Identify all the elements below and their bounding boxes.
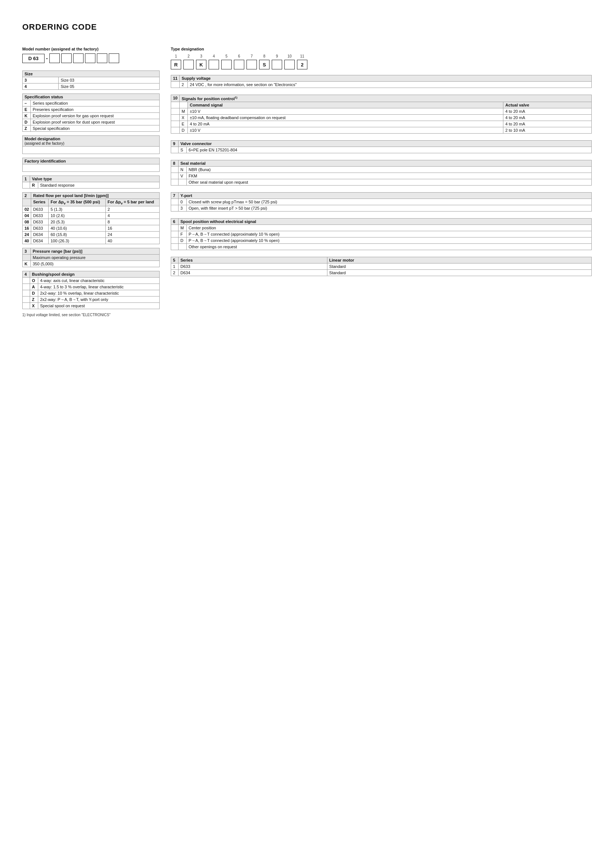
list-item: EPreseries specification [23, 107, 160, 113]
series-cell: D633 [178, 263, 327, 270]
series-table: 5 Series Linear motor 1D633Standard2D634… [171, 257, 592, 276]
type-position-number: 7 [247, 54, 257, 58]
rated-flow-table: 2 Rated flow per spool land [l/min (gpm)… [22, 192, 160, 244]
desc-cell: 24 VDC , for more information, see secti… [188, 82, 592, 88]
type-box-10 [284, 60, 295, 70]
val1-cell: 100 (26.3) [49, 238, 106, 244]
list-item: NNBR (Buna) [171, 166, 592, 172]
valve-type-table: 1 Valve type RStandard response [22, 175, 160, 189]
list-item: 1D633Standard [171, 263, 592, 270]
seal-num: 8 [171, 160, 178, 166]
code-cell: M [178, 225, 187, 231]
code-cell: D [30, 290, 38, 296]
signals-num: 10 [171, 95, 180, 102]
val2-cell: 8 [105, 219, 159, 225]
type-position-number: 11 [297, 54, 307, 58]
list-item: DP→A, B→T connected (approximately 10 % … [171, 237, 592, 243]
val2-cell: 16 [105, 225, 159, 232]
list-item: FP→A, B→T connected (approximately 10 % … [171, 231, 592, 237]
rated-flow-col2: For Δpv = 35 bar (500 psi) [49, 199, 106, 206]
list-item: 24D63460 (15.8)24 [23, 232, 160, 238]
list-item: A4-way: 1.5 to 3 % overlap, linear chara… [23, 284, 160, 290]
series-cell: D634 [178, 270, 327, 276]
supply-num: 11 [171, 75, 180, 82]
list-item: 08D63320 (5.3)8 [23, 219, 160, 225]
type-position-number: 6 [234, 54, 244, 58]
blank-box-2 [61, 53, 71, 63]
code-cell: F [178, 231, 187, 237]
code-cell: 02 [23, 206, 31, 212]
code-cell: K [23, 113, 31, 119]
right-column: Type designation 1234567891011 RKS2 11 S… [171, 47, 592, 280]
cmd-cell: ±10 V [188, 108, 503, 114]
main-layout: Model number (assigned at the factory) D… [22, 47, 592, 317]
type-box-2 [183, 60, 194, 70]
series-cell: D633 [31, 206, 49, 212]
footnote: 1) Input voltage limited, see section "E… [22, 313, 160, 317]
actual-cell: 4 to 20 mA [503, 108, 592, 114]
valve-type-num: 1 [23, 176, 30, 182]
bushing-table: 4 Bushing/spool design O4-way: axis cut,… [22, 271, 160, 309]
code-cell: 2 [171, 270, 178, 276]
actual-cell: 2 to 10 mA [503, 127, 592, 133]
rated-flow-num: 2 [23, 192, 31, 199]
desc-cell: 2x2-way: P→A, B→T, with Y-port only [38, 296, 160, 303]
list-item: X±10 mA, floating deadband compensation … [171, 114, 592, 121]
list-item: RStandard response [23, 182, 160, 189]
list-item: VFKM [171, 172, 592, 179]
desc-cell: Explosion proof version for dust upon re… [31, 119, 160, 126]
val1-cell: 60 (15.8) [49, 232, 106, 238]
code-cell: 0 [178, 198, 187, 205]
list-item: D2x2-way: 10 % overlap, linear character… [23, 290, 160, 296]
model-prefix-box: D 63 [22, 54, 45, 63]
factory-id-header: Factory identification [23, 158, 160, 164]
signals-col2: Actual valve [503, 102, 592, 108]
code-cell: O [30, 277, 38, 284]
list-item: Other seal material upon request [171, 179, 592, 185]
model-desig-table: Model designation (assigned at the facto… [22, 135, 160, 154]
val2-cell: 40 [105, 238, 159, 244]
code-cell: 3 [23, 77, 59, 84]
list-item: KExplosion proof version for gas upon re… [23, 113, 160, 119]
list-item: M±10 V4 to 20 mA [171, 108, 592, 114]
spool-header: Spool position without electrical signal [178, 218, 592, 225]
val1-cell: 5 (1.3) [49, 206, 106, 212]
rated-flow-col1: Series [31, 199, 49, 206]
pressure-header: Pressure range [bar (psi)] [31, 248, 160, 254]
code-cell: 24 [23, 232, 31, 238]
type-box-3: K [196, 60, 206, 70]
series-cell: D634 [31, 232, 49, 238]
list-item: K350 (5,000) [23, 261, 160, 267]
blank-box-6 [109, 53, 119, 63]
list-item: Z2x2-way: P→A, B→T, with Y-port only [23, 296, 160, 303]
cmd-cell: ±10 V [188, 127, 503, 133]
list-item: 224 VDC , for more information, see sect… [171, 82, 592, 88]
seal-header: Seal material [178, 160, 592, 166]
type-position-number: 10 [284, 54, 295, 58]
val1-cell: 40 (10.6) [49, 225, 106, 232]
code-cell: 1 [171, 263, 178, 270]
motor-cell: Standard [327, 263, 591, 270]
cmd-cell: ±10 mA, floating deadband compensation o… [188, 114, 503, 121]
desc-cell: 4-way: 1.5 to 3 % overlap, linear charac… [38, 284, 160, 290]
type-number-row: 1234567891011 [171, 54, 592, 58]
desc-cell: Other seal material upon request [187, 179, 592, 185]
list-item: 02D6335 (1.3)2 [23, 206, 160, 212]
list-item: 04D63310 (2.6)4 [23, 212, 160, 219]
list-item: 16D63340 (10.6)16 [23, 225, 160, 232]
desc-cell: Standard response [38, 182, 160, 189]
y-port-table: 7 Y-port 0Closed with screw plug pTmax =… [171, 192, 592, 212]
blank-box-3 [73, 53, 84, 63]
motor-cell: Standard [327, 270, 591, 276]
desc-cell: Series specification [31, 100, 160, 107]
type-desig-label: Type designation [171, 47, 592, 51]
type-position-number: 3 [196, 54, 206, 58]
type-box-1: R [171, 60, 181, 70]
code-cell: K [23, 261, 31, 267]
series-cell: D633 [31, 219, 49, 225]
type-position-number: 5 [221, 54, 232, 58]
signals-col1: Command signal [188, 102, 503, 108]
code-cell: 04 [23, 212, 31, 219]
type-position-number: 2 [183, 54, 194, 58]
code-cell: E [180, 121, 188, 127]
